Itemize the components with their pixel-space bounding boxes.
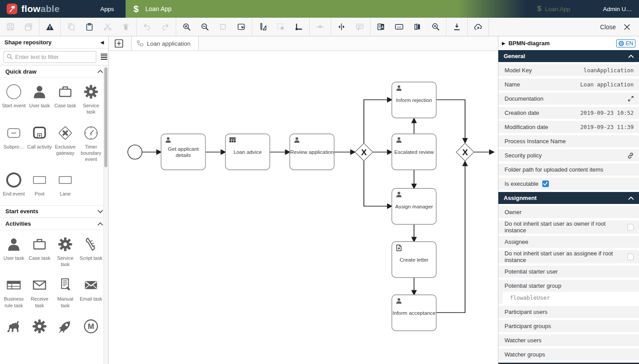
diagram-node-task-inform-acceptance[interactable]: Inform acceptance <box>392 295 436 331</box>
diagram-node-gateway-2[interactable]: X <box>456 143 474 161</box>
user-menu[interactable]: Admin U… <box>603 0 632 18</box>
shape-user-task[interactable]: User task <box>27 83 52 115</box>
property-row-potential-starter-user[interactable]: Potential starter user <box>498 266 639 278</box>
shape-service-task[interactable]: Service task <box>78 83 104 115</box>
diagram-node-task-loan-advice[interactable]: Loan advice <box>225 134 270 170</box>
flip-model-button[interactable] <box>408 18 426 36</box>
validate-button[interactable] <box>41 18 59 36</box>
properties-section-assignment[interactable]: Assignment <box>498 192 639 204</box>
diagram-node-task-inform-rejection[interactable]: Inform rejection <box>392 82 436 118</box>
sequence-flow[interactable] <box>436 100 465 143</box>
deploy-button[interactable] <box>469 18 487 36</box>
property-label: Potential starter user <box>505 268 558 275</box>
paste-button[interactable] <box>80 18 99 36</box>
shape-start-event[interactable]: Start event <box>1 83 27 115</box>
language-selector[interactable]: EN <box>616 39 635 47</box>
shape-script-task[interactable]: Script task <box>78 235 104 268</box>
property-row-folder-path-for-uploaded-content-items[interactable]: Folder path for uploaded content items <box>498 164 639 176</box>
shape-shell-task[interactable] <box>27 317 52 335</box>
find-button[interactable] <box>426 18 445 36</box>
property-row-assignee[interactable]: Assignee <box>498 236 639 248</box>
property-row-owner[interactable]: Owner <box>498 206 639 218</box>
same-size-button[interactable] <box>253 18 272 36</box>
checkbox-unchecked[interactable] <box>627 254 634 260</box>
add-bendpoint-button[interactable] <box>290 18 308 36</box>
property-row-watcher-groups[interactable]: Watcher groups <box>498 348 639 360</box>
shape-mule-task[interactable]: M <box>78 317 104 335</box>
shape-call-activity[interactable]: Call activity <box>27 124 52 163</box>
expand-icon[interactable] <box>628 96 634 102</box>
shape-subprocess[interactable]: Subpro… <box>1 124 27 163</box>
sidebar-scrollbar[interactable] <box>103 66 108 364</box>
property-row-participant-users[interactable]: Participant users <box>498 306 639 318</box>
zoom-out-button[interactable] <box>196 18 214 36</box>
download-button[interactable] <box>448 18 466 36</box>
link-icon[interactable] <box>627 153 634 159</box>
shape-manual-task[interactable]: Manual task <box>52 276 78 309</box>
shape-http-task[interactable] <box>52 317 78 335</box>
property-row-creation-date[interactable]: Creation date2019-09-23 10:52 <box>498 107 639 119</box>
diagram-node-start[interactable] <box>128 145 142 159</box>
property-row-security-policy[interactable]: Security policy <box>498 149 639 161</box>
shape-end-event[interactable]: End event <box>1 171 27 197</box>
shape-service-task[interactable]: Service task <box>52 235 78 268</box>
sequence-flow[interactable] <box>364 100 392 143</box>
property-row-participant-groups[interactable]: Participant groups <box>498 320 639 332</box>
translations-button[interactable] <box>372 18 390 36</box>
property-row-do-not-inherit-start-user-as-owner-if-root-instance[interactable]: Do not inherit start user as owner if ro… <box>498 220 639 234</box>
shape-business-rule-task[interactable]: Business rule task <box>1 276 27 309</box>
shape-receive-task[interactable]: Receive task <box>27 276 52 309</box>
checkbox-unchecked[interactable] <box>627 224 634 231</box>
property-row-is-executable[interactable]: Is executable <box>498 178 639 190</box>
bpmn-canvas[interactable]: Get applicantdetailsLoan adviceReview ap… <box>109 51 498 364</box>
property-row-potential-starter-group[interactable]: Potential starter groupflowableUser <box>498 280 639 304</box>
close-icon[interactable] <box>623 23 631 31</box>
shape-case-task[interactable]: Case task <box>52 83 78 115</box>
property-row-watcher-users[interactable]: Watcher users <box>498 334 639 346</box>
shape-timer-boundary-event[interactable]: Timer boundary event <box>78 124 104 163</box>
properties-section-general[interactable]: General <box>498 50 639 62</box>
section-header-quick-draw[interactable]: Quick draw <box>0 65 108 78</box>
checkbox-checked[interactable] <box>542 180 549 187</box>
zoom-fit-button[interactable] <box>232 18 250 36</box>
shape-email-task[interactable]: Email task <box>78 276 104 309</box>
shape-lane[interactable]: Lane <box>52 171 78 197</box>
sidebar-scrollbar-thumb[interactable] <box>104 67 107 167</box>
shape-label: User task <box>4 255 24 261</box>
diagram-node-task-escalated-review[interactable]: Escalated review <box>392 134 436 170</box>
panel-caret-icon[interactable]: ▶ <box>502 41 505 46</box>
list-view-icon[interactable] <box>100 53 108 61</box>
property-row-name[interactable]: NameLoan application <box>498 78 639 90</box>
collapse-sidebar-icon[interactable]: ◀ <box>100 36 104 48</box>
diagram-node-gateway-1[interactable]: X <box>355 143 373 161</box>
align-vertical-button[interactable] <box>332 18 351 36</box>
shape-user-task[interactable]: User task <box>1 235 27 268</box>
section-header-start-events[interactable]: Start events <box>0 205 108 218</box>
property-row-modification-date[interactable]: Modification date2019-09-23 11:39 <box>498 121 639 133</box>
close-button[interactable]: Close <box>600 23 616 31</box>
property-row-model-key[interactable]: Model KeyloanApplication <box>498 64 639 76</box>
shape-case-task[interactable]: Case task <box>27 235 52 268</box>
zoom-in-button[interactable] <box>178 18 196 36</box>
property-input[interactable]: flowableUser <box>503 292 639 304</box>
sequence-flow[interactable] <box>364 161 392 206</box>
new-tab-button[interactable] <box>114 39 123 48</box>
shape-filter-input[interactable] <box>15 54 93 60</box>
tab-loan-application[interactable]: Loan application <box>131 36 199 51</box>
diagram-node-task-review-application[interactable]: Review application <box>290 134 334 170</box>
property-row-documentation[interactable]: Documentation <box>498 93 639 105</box>
nav-apps-item[interactable]: Apps <box>89 0 126 18</box>
section-header-activities[interactable]: Activities <box>0 218 108 230</box>
http-task-icon <box>56 317 74 335</box>
shape-pool[interactable]: Pool <box>27 171 52 197</box>
sequence-flow[interactable] <box>436 161 465 313</box>
shape-exclusive-gateway[interactable]: Exclusive gateway <box>52 124 78 163</box>
flowable-logo[interactable]: flowable <box>0 0 89 18</box>
diagram-node-task-assign-manager[interactable]: Assign manager <box>392 188 436 224</box>
property-row-do-not-inherit-start-user-as-assignee-if-root-instance[interactable]: Do not inherit start user as assignee if… <box>498 250 639 263</box>
expressions-button[interactable]: (x) <box>390 18 408 36</box>
diagram-node-task-get-applicant-details[interactable]: Get applicantdetails <box>161 134 205 170</box>
diagram-node-task-create-letter[interactable]: Create letter <box>392 242 436 278</box>
shape-camel-task[interactable] <box>1 317 27 335</box>
property-row-process-instance-name[interactable]: Process Instance Name <box>498 135 639 147</box>
